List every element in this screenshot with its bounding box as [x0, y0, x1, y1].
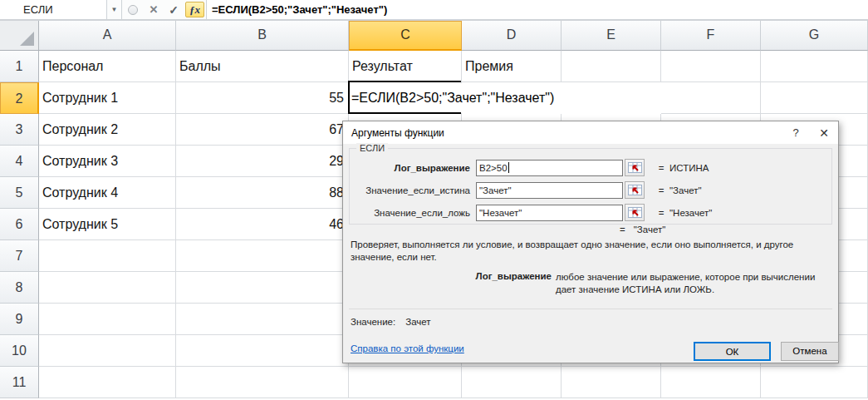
cell[interactable] [176, 335, 349, 367]
argument-description: любое значение или выражение, которое пр… [556, 271, 823, 296]
column-header-E[interactable]: E [562, 21, 661, 51]
cancel-button[interactable]: Отмена [781, 342, 839, 361]
cell[interactable] [562, 367, 661, 398]
argument-label: Значение_если_ложь [350, 208, 476, 218]
range-selector-icon [628, 185, 642, 195]
cell-B6[interactable]: 46 [176, 209, 349, 240]
name-box[interactable]: ЕСЛИ [0, 0, 107, 19]
ok-button[interactable]: ОК [694, 342, 771, 361]
cell[interactable] [661, 51, 761, 82]
collapse-dialog-button[interactable] [625, 181, 645, 199]
cell-A1[interactable]: Персонал [39, 51, 176, 82]
argument-row: Значение_если_ложь "Незачет" = "Незачет" [350, 204, 831, 221]
cell[interactable] [661, 367, 761, 398]
logical-expression-input[interactable]: B2>50 [476, 160, 623, 176]
equals-sign: = [656, 163, 666, 173]
formula-input[interactable]: =ЕСЛИ(B2>50;"Зачет";"Незачет") [206, 0, 868, 19]
cell[interactable] [462, 367, 562, 398]
cell[interactable] [176, 240, 349, 272]
column-header-B[interactable]: B [176, 21, 349, 51]
cell[interactable] [39, 304, 176, 335]
name-box-dropdown-icon[interactable]: ▼ [107, 0, 122, 19]
cell[interactable] [761, 82, 868, 114]
cell[interactable] [761, 367, 868, 398]
enter-entry-icon[interactable]: ✓ [164, 0, 184, 19]
cell[interactable] [661, 82, 761, 114]
divider [349, 309, 832, 309]
argument-label: Лог_выражение [350, 163, 476, 173]
cell[interactable] [761, 51, 868, 82]
cell[interactable] [39, 272, 176, 304]
cancel-entry-icon[interactable]: ✕ [144, 0, 164, 19]
formula-bar: ЕСЛИ ▼ ✕ ✓ ƒx =ЕСЛИ(B2>50;"Зачет";"Незач… [0, 0, 868, 21]
table-row: 1 Персонал Баллы Результат Премия [0, 51, 868, 82]
row-header-6[interactable]: 6 [0, 209, 39, 240]
value-line: Значение: Зачет [351, 317, 431, 327]
cell-B3[interactable]: 67 [176, 114, 349, 146]
input-value: "Незачет" [479, 205, 522, 220]
help-link[interactable]: Справка по этой функции [351, 343, 464, 353]
insert-function-icon[interactable]: ƒx [185, 2, 204, 17]
row-header-11[interactable]: 11 [0, 367, 39, 398]
cell-C2[interactable]: =ЕСЛИ(B2>50;"Зачет";"Незачет") [349, 82, 462, 114]
table-row: 11 [0, 367, 868, 398]
row-header-3[interactable]: 3 [0, 114, 39, 146]
cell-A2[interactable]: Сотрудник 1 [39, 82, 176, 114]
row-header-4[interactable]: 4 [0, 146, 39, 177]
cell-D1[interactable]: Премия [462, 51, 562, 82]
row-header-7[interactable]: 7 [0, 240, 39, 272]
function-group-label: ЕСЛИ [356, 143, 388, 153]
cell[interactable] [176, 367, 349, 398]
cell-A4[interactable]: Сотрудник 3 [39, 146, 176, 177]
cell[interactable] [39, 240, 176, 272]
column-header-C[interactable]: C [349, 21, 462, 51]
cell[interactable] [176, 272, 349, 304]
argument-result: "Незачет" [666, 208, 712, 218]
argument-label: Значение_если_истина [350, 185, 476, 195]
row-header-9[interactable]: 9 [0, 304, 39, 335]
function-description: Проверяет, выполняется ли условие, и воз… [351, 239, 831, 264]
column-header-G[interactable]: G [761, 21, 868, 51]
argument-result: "Зачет" [666, 185, 702, 195]
row-header-8[interactable]: 8 [0, 272, 39, 304]
cell-B2[interactable]: 55 [176, 82, 349, 114]
range-selector-icon [628, 162, 642, 173]
column-header-A[interactable]: A [39, 21, 176, 51]
input-value: "Зачет" [479, 183, 512, 198]
value-if-false-input[interactable]: "Незачет" [476, 205, 623, 221]
cell[interactable] [176, 304, 349, 335]
formula-bar-divider [122, 0, 144, 19]
dialog-title-bar[interactable]: Аргументы функции ? ✕ [343, 121, 838, 144]
cell-A6[interactable]: Сотрудник 5 [39, 209, 176, 240]
cell[interactable] [562, 51, 661, 82]
column-header-D[interactable]: D [462, 21, 562, 51]
row-header-2[interactable]: 2 [0, 82, 39, 114]
cell-A5[interactable]: Сотрудник 4 [39, 177, 176, 209]
cell[interactable] [349, 367, 462, 398]
cell-B5[interactable]: 88 [176, 177, 349, 209]
value-result: Зачет [405, 317, 430, 327]
argument-row: Лог_выражение B2>50 = ИСТИНА [350, 159, 831, 176]
row-header-10[interactable]: 10 [0, 335, 39, 367]
collapse-dialog-button[interactable] [625, 204, 645, 221]
formula-result-value: "Зачет" [634, 225, 666, 235]
help-icon[interactable]: ? [782, 126, 810, 139]
value-label: Значение: [351, 317, 395, 327]
cell[interactable] [562, 82, 661, 114]
cell[interactable] [39, 335, 176, 367]
equals-sign: = [656, 185, 666, 195]
row-header-5[interactable]: 5 [0, 177, 39, 209]
equals-sign: = [656, 208, 666, 218]
cell[interactable] [39, 367, 176, 398]
cell-B4[interactable]: 29 [176, 146, 349, 177]
close-icon[interactable]: ✕ [810, 126, 838, 140]
collapse-dialog-button[interactable] [625, 159, 645, 176]
value-if-true-input[interactable]: "Зачет" [476, 182, 623, 199]
cell-B1[interactable]: Баллы [176, 51, 349, 82]
cell-C1[interactable]: Результат [349, 51, 462, 82]
cell-A3[interactable]: Сотрудник 2 [39, 114, 176, 146]
row-header-1[interactable]: 1 [0, 51, 39, 82]
select-all-corner[interactable] [0, 21, 39, 51]
equals-sign: = [620, 225, 625, 235]
column-header-F[interactable]: F [661, 21, 761, 51]
